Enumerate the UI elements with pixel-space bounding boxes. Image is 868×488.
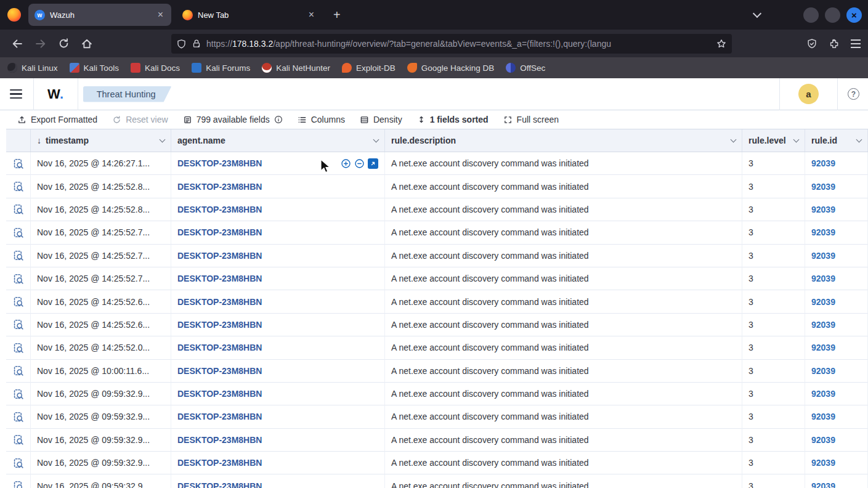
header-rule-description[interactable]: rule.description <box>385 129 742 152</box>
agent-name-link[interactable]: DESKTOP-23M8HBN <box>177 182 262 192</box>
header-agent-name[interactable]: agent.name <box>171 129 385 152</box>
header-rule-level[interactable]: rule.level <box>742 129 805 152</box>
rule-id-link[interactable]: 92039 <box>811 435 835 445</box>
agent-name-link[interactable]: DESKTOP-23M8HBN <box>177 412 262 421</box>
bookmark-kali-docs[interactable]: Kali Docs <box>131 63 180 73</box>
rule-id-link[interactable]: 92039 <box>811 412 835 421</box>
bookmark-offsec[interactable]: OffSec <box>506 63 545 73</box>
rule-id-link[interactable]: 92039 <box>811 158 835 168</box>
rule-description-cell: A net.exe account discovery command was … <box>391 274 589 283</box>
agent-name-link[interactable]: DESKTOP-23M8HBN <box>177 435 262 445</box>
rule-id-link[interactable]: 92039 <box>811 389 835 399</box>
shield-check-icon[interactable] <box>806 38 817 49</box>
inspect-document-icon[interactable] <box>12 342 24 354</box>
rule-id-link[interactable]: 92039 <box>811 251 835 261</box>
wazuh-logo[interactable]: W. <box>34 86 78 102</box>
inspect-document-icon[interactable] <box>12 480 24 488</box>
chevron-down-icon[interactable] <box>160 137 166 143</box>
export-formatted-button[interactable]: Export Formatted <box>17 115 97 124</box>
filter-for-value-icon[interactable] <box>341 158 351 169</box>
window-maximize-button[interactable] <box>825 7 840 23</box>
inspect-document-icon[interactable] <box>12 388 24 400</box>
expand-cell-icon[interactable] <box>368 158 378 169</box>
sidebar-menu-icon[interactable] <box>10 87 22 102</box>
rule-id-link[interactable]: 92039 <box>811 297 835 307</box>
rule-id-link[interactable]: 92039 <box>811 343 835 352</box>
reload-icon[interactable] <box>58 38 70 49</box>
breadcrumb[interactable]: Threat Hunting <box>83 86 172 102</box>
agent-name-link[interactable]: DESKTOP-23M8HBN <box>177 227 262 237</box>
agent-name-link[interactable]: DESKTOP-23M8HBN <box>177 458 262 468</box>
agent-name-link[interactable]: DESKTOP-23M8HBN <box>177 251 262 261</box>
filter-out-value-icon[interactable] <box>354 158 365 169</box>
tab-wazuh[interactable]: w Wazuh × <box>28 4 171 26</box>
url-bar[interactable]: https://178.18.3.2/app/threat-hunting#/o… <box>171 34 732 54</box>
chevron-down-icon[interactable] <box>793 137 800 143</box>
agent-name-link[interactable]: DESKTOP-23M8HBN <box>177 205 262 214</box>
fullscreen-button[interactable]: Full screen <box>503 115 559 124</box>
agent-name-link[interactable]: DESKTOP-23M8HBN <box>177 481 262 488</box>
new-tab-button[interactable]: + <box>327 6 347 25</box>
tab-new-tab[interactable]: New Tab × <box>176 4 322 26</box>
inspect-document-icon[interactable] <box>12 181 24 192</box>
help-icon[interactable]: ? <box>848 88 859 100</box>
rule-id-link[interactable]: 92039 <box>811 366 835 376</box>
rule-id-link[interactable]: 92039 <box>811 227 835 237</box>
bookmark-star-icon[interactable] <box>716 38 727 49</box>
agent-name-link[interactable]: DESKTOP-23M8HBN <box>177 158 262 168</box>
inspect-document-icon[interactable] <box>12 434 24 445</box>
window-minimize-button[interactable] <box>803 7 819 23</box>
inspect-document-icon[interactable] <box>12 319 24 330</box>
extensions-icon[interactable] <box>829 38 840 49</box>
rule-id-link[interactable]: 92039 <box>811 481 835 488</box>
inspect-document-icon[interactable] <box>12 296 24 307</box>
chevron-down-icon[interactable] <box>731 137 737 143</box>
forward-icon[interactable] <box>34 38 47 50</box>
window-close-button[interactable]: × <box>846 7 862 23</box>
avatar[interactable]: a <box>798 84 819 104</box>
agent-name-link[interactable]: DESKTOP-23M8HBN <box>177 320 262 330</box>
inspect-document-icon[interactable] <box>12 457 24 469</box>
bookmark-kali-linux[interactable]: Kali Linux <box>7 63 58 73</box>
agent-name-link[interactable]: DESKTOP-23M8HBN <box>177 297 262 307</box>
chevron-down-icon[interactable] <box>856 137 862 143</box>
inspect-document-icon[interactable] <box>12 203 24 215</box>
inspect-document-icon[interactable] <box>12 273 24 285</box>
rule-id-link[interactable]: 92039 <box>811 205 835 214</box>
inspect-document-icon[interactable] <box>12 158 24 169</box>
inspect-document-icon[interactable] <box>12 250 24 261</box>
back-icon[interactable] <box>11 38 23 50</box>
bookmark-exploit-db[interactable]: Exploit-DB <box>342 63 395 73</box>
fields-sorted-button[interactable]: 1 fields sorted <box>417 115 489 124</box>
chevron-down-icon[interactable] <box>373 137 379 143</box>
inspect-document-icon[interactable] <box>12 365 24 376</box>
rule-id-link[interactable]: 92039 <box>811 274 835 283</box>
close-tab-icon[interactable]: × <box>156 10 165 20</box>
agent-name-link[interactable]: DESKTOP-23M8HBN <box>177 389 262 399</box>
available-fields-button[interactable]: 799 available fields <box>183 115 283 124</box>
bookmark-kali-tools[interactable]: Kali Tools <box>70 63 120 73</box>
bookmark-kali-nethunter[interactable]: Kali NetHunter <box>262 63 330 73</box>
rule-id-link[interactable]: 92039 <box>811 458 835 468</box>
tracking-shield-icon[interactable] <box>176 39 187 49</box>
agent-name-link[interactable]: DESKTOP-23M8HBN <box>177 343 262 352</box>
rule-id-link[interactable]: 92039 <box>811 182 835 192</box>
list-all-tabs-icon[interactable] <box>753 9 761 18</box>
bookmark-kali-forums[interactable]: Kali Forums <box>192 63 250 73</box>
bookmark-label: Kali Docs <box>145 63 180 73</box>
menu-icon[interactable] <box>851 39 861 48</box>
inspect-document-icon[interactable] <box>12 227 24 238</box>
columns-button[interactable]: Columns <box>298 115 345 124</box>
lock-icon[interactable] <box>192 39 201 49</box>
rule-id-link[interactable]: 92039 <box>811 320 835 330</box>
inspect-document-icon[interactable] <box>12 411 24 423</box>
home-icon[interactable] <box>81 38 93 50</box>
header-rule-id[interactable]: rule.id <box>805 129 868 152</box>
density-button[interactable]: Density <box>360 115 402 124</box>
reset-view-button[interactable]: Reset view <box>112 115 168 124</box>
bookmark-google-hacking-db[interactable]: Google Hacking DB <box>407 63 495 73</box>
agent-name-link[interactable]: DESKTOP-23M8HBN <box>177 274 262 283</box>
header-timestamp[interactable]: ↓timestamp <box>31 129 171 152</box>
agent-name-link[interactable]: DESKTOP-23M8HBN <box>177 366 262 376</box>
close-tab-icon[interactable]: × <box>307 10 316 20</box>
